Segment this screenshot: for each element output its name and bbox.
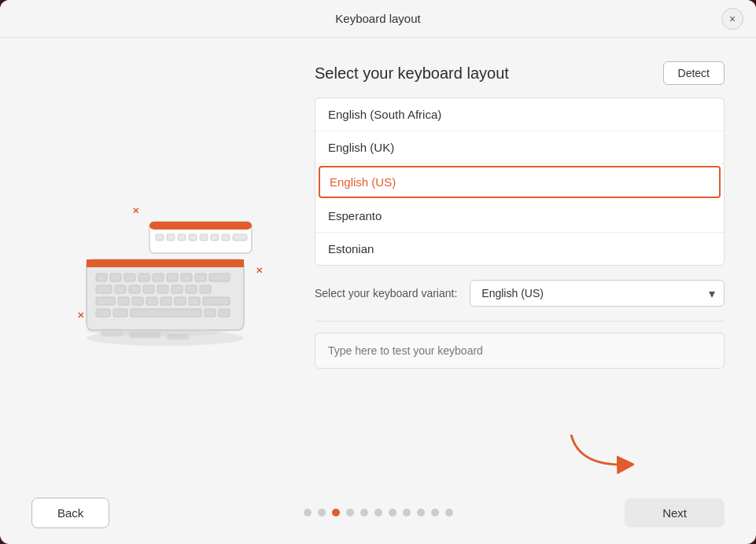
dot-8 [403, 509, 411, 516]
layout-item-english-us[interactable]: English (US) [319, 166, 721, 198]
svg-rect-11 [195, 274, 206, 281]
right-panel: Select your keyboard layout Detect Engli… [299, 53, 725, 481]
svg-rect-20 [200, 285, 211, 293]
svg-rect-39 [189, 234, 197, 241]
svg-rect-48 [129, 332, 160, 338]
dot-9 [417, 509, 425, 516]
main-content: ✕ ✕ ✕ Select your keyboard layout Detect… [0, 38, 756, 481]
svg-rect-27 [189, 297, 200, 305]
svg-rect-42 [222, 234, 230, 241]
svg-rect-43 [233, 234, 247, 241]
svg-rect-10 [181, 274, 192, 281]
close-button[interactable]: × [721, 8, 743, 30]
layout-item-english-south-africa[interactable]: English (South Africa) [315, 98, 724, 131]
variant-label: Select your keyboard variant: [315, 287, 457, 300]
detect-button[interactable]: Detect [663, 61, 725, 85]
window: Keyboard layout × [0, 0, 756, 544]
layout-item-esperanto[interactable]: Esperanto [315, 200, 724, 233]
variant-select[interactable]: English (US) English (US) - Intl. Englis… [470, 280, 725, 307]
svg-rect-14 [115, 285, 126, 293]
svg-rect-24 [146, 297, 157, 305]
titlebar: Keyboard layout × [0, 0, 756, 38]
svg-rect-41 [211, 234, 219, 241]
dot-7 [389, 509, 396, 516]
svg-rect-23 [132, 297, 143, 305]
svg-rect-7 [138, 274, 149, 281]
pagination-dots [304, 509, 453, 516]
svg-rect-12 [209, 274, 230, 281]
svg-rect-38 [178, 234, 186, 241]
svg-rect-26 [175, 297, 186, 305]
dot-6 [374, 509, 382, 516]
svg-rect-15 [129, 285, 140, 293]
svg-rect-33 [219, 309, 230, 317]
dot-11 [445, 509, 453, 516]
svg-rect-3 [87, 259, 244, 267]
svg-rect-49 [167, 334, 189, 340]
svg-rect-17 [157, 285, 168, 293]
keyboard-test-input[interactable] [315, 333, 725, 369]
svg-rect-4 [96, 274, 107, 281]
layout-list: English (South Africa) English (UK) Engl… [315, 97, 725, 266]
footer: Back Next [0, 481, 756, 544]
svg-rect-32 [205, 309, 216, 317]
dot-3 [332, 509, 340, 516]
dot-2 [318, 509, 326, 516]
section-title: Select your keyboard layout [315, 64, 509, 83]
dot-10 [431, 509, 439, 516]
variant-select-wrapper: English (US) English (US) - Intl. Englis… [470, 280, 725, 307]
svg-rect-6 [124, 274, 135, 281]
svg-rect-22 [118, 297, 129, 305]
window-title: Keyboard layout [335, 12, 420, 25]
svg-rect-36 [156, 234, 164, 241]
layout-item-estonian[interactable]: Estonian [315, 233, 724, 265]
svg-rect-35 [149, 222, 252, 230]
layout-item-english-uk[interactable]: English (UK) [315, 131, 724, 164]
svg-rect-16 [143, 285, 154, 293]
svg-rect-25 [160, 297, 171, 305]
section-header: Select your keyboard layout Detect [315, 61, 725, 85]
svg-rect-5 [110, 274, 121, 281]
dot-5 [360, 509, 368, 516]
left-panel: ✕ ✕ ✕ [31, 53, 299, 481]
svg-rect-18 [171, 285, 183, 293]
svg-rect-21 [96, 297, 115, 305]
svg-rect-31 [131, 309, 201, 317]
svg-rect-28 [203, 297, 230, 305]
svg-rect-29 [96, 309, 110, 317]
svg-text:✕: ✕ [77, 311, 84, 320]
svg-rect-19 [186, 285, 197, 293]
svg-rect-47 [101, 329, 123, 336]
svg-rect-13 [96, 285, 112, 293]
back-button[interactable]: Back [31, 498, 109, 528]
svg-rect-2 [87, 259, 244, 330]
keyboard-illustration: ✕ ✕ ✕ [63, 181, 267, 354]
svg-text:✕: ✕ [256, 266, 263, 275]
variant-row: Select your keyboard variant: English (U… [315, 280, 725, 307]
svg-rect-37 [167, 234, 175, 241]
divider [315, 321, 725, 322]
svg-rect-9 [167, 274, 178, 281]
svg-rect-8 [153, 274, 164, 281]
svg-rect-40 [200, 234, 208, 241]
svg-rect-30 [113, 309, 127, 317]
next-button[interactable]: Next [625, 498, 725, 527]
dot-4 [346, 509, 354, 516]
close-icon: × [729, 13, 736, 25]
dot-1 [304, 509, 312, 516]
svg-text:✕: ✕ [132, 206, 139, 215]
